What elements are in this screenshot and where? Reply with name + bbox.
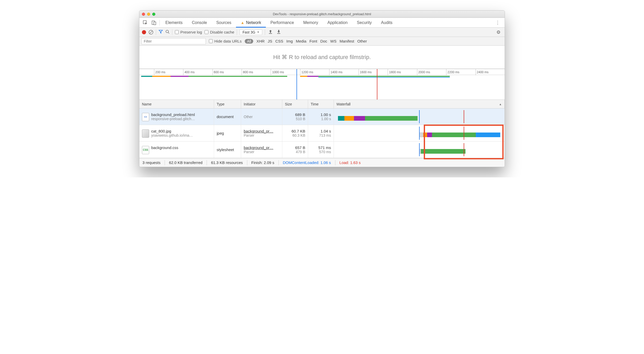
sort-icon: ▲ bbox=[499, 103, 502, 106]
tick: 1800 ms bbox=[388, 69, 401, 75]
filter-bar: Hide data URLs All XHR JS CSS Img Media … bbox=[139, 37, 505, 46]
clear-button[interactable] bbox=[149, 30, 153, 35]
col-waterfall-label: Waterfall bbox=[336, 102, 351, 106]
network-toolbar: Preserve log Disable cache Fast 3G▼ ⚙ bbox=[139, 28, 505, 37]
footer-requests: 3 requests bbox=[142, 160, 160, 165]
download-har-icon[interactable] bbox=[276, 30, 282, 35]
tab-elements[interactable]: Elements bbox=[161, 18, 187, 28]
request-table-header: Name Type Initiator Size Time Waterfall▲ bbox=[139, 100, 505, 109]
tab-security[interactable]: Security bbox=[352, 18, 376, 28]
filter-input[interactable] bbox=[141, 38, 206, 44]
inspect-element-icon[interactable] bbox=[141, 18, 150, 28]
tick: 2400 ms bbox=[476, 69, 489, 75]
preserve-log-checkbox[interactable]: Preserve log bbox=[175, 30, 202, 34]
request-rows: <> background_preload.html responsive-pr… bbox=[139, 109, 505, 158]
request-domain: yoavweiss.github.io/ima… bbox=[151, 133, 193, 137]
ruler-ticks: 200 ms 400 ms 600 ms 800 ms 1000 ms 1200… bbox=[139, 69, 505, 75]
file-html-icon: <> bbox=[142, 113, 149, 121]
filter-type-img[interactable]: Img bbox=[286, 39, 293, 43]
footer-load: Load: 1.63 s bbox=[340, 160, 361, 165]
request-row[interactable]: <> background_preload.html responsive-pr… bbox=[139, 109, 505, 125]
waterfall-cell bbox=[336, 143, 502, 156]
size-transferred: 657 B bbox=[295, 145, 305, 150]
window-title: DevTools - responsive-preload.glitch.me/… bbox=[139, 12, 505, 16]
separator bbox=[265, 29, 265, 35]
tick: 2200 ms bbox=[446, 69, 459, 75]
size-resource: 510 B bbox=[296, 117, 305, 121]
separator bbox=[172, 29, 172, 35]
request-domain: responsive-preload.glitch… bbox=[151, 117, 195, 121]
footer-finish: Finish: 2.09 s bbox=[251, 160, 274, 165]
filter-type-css[interactable]: CSS bbox=[275, 39, 283, 43]
filter-type-doc[interactable]: Doc bbox=[320, 39, 327, 43]
tick: 1400 ms bbox=[329, 69, 342, 75]
file-css-icon: CSS bbox=[142, 146, 149, 154]
waterfall-cell bbox=[336, 110, 502, 123]
filter-type-media[interactable]: Media bbox=[296, 39, 307, 43]
tab-console[interactable]: Console bbox=[187, 18, 212, 28]
hide-data-urls-label: Hide data URLs bbox=[214, 39, 242, 43]
filter-type-js[interactable]: JS bbox=[268, 39, 272, 43]
time-total: 1.04 s bbox=[320, 129, 331, 133]
filter-type-xhr[interactable]: XHR bbox=[256, 39, 265, 43]
tab-memory[interactable]: Memory bbox=[299, 18, 323, 28]
footer-transferred: 62.0 KB transferred bbox=[169, 160, 202, 165]
col-name[interactable]: Name bbox=[139, 100, 214, 108]
col-initiator[interactable]: Initiator bbox=[241, 100, 282, 108]
col-size[interactable]: Size bbox=[282, 100, 308, 108]
col-waterfall[interactable]: Waterfall▲ bbox=[334, 100, 505, 108]
request-initiator[interactable]: background_pr… bbox=[244, 129, 279, 133]
settings-icon[interactable]: ⚙ bbox=[495, 29, 502, 35]
more-menu-icon[interactable]: ⋮ bbox=[492, 20, 503, 26]
warning-icon: ▲ bbox=[241, 20, 244, 25]
hide-data-urls-checkbox[interactable]: Hide data URLs bbox=[209, 39, 242, 43]
initiator-type: Parser bbox=[244, 133, 279, 137]
request-type: stylesheet bbox=[217, 147, 238, 152]
filter-type-all[interactable]: All bbox=[245, 39, 253, 44]
size-transferred: 689 B bbox=[295, 112, 305, 117]
timeline-overview[interactable]: 200 ms 400 ms 600 ms 800 ms 1000 ms 1200… bbox=[139, 69, 505, 100]
tab-audits[interactable]: Audits bbox=[376, 18, 397, 28]
filter-type-manifest[interactable]: Manifest bbox=[340, 39, 354, 43]
tab-network-label: Network bbox=[246, 20, 261, 25]
time-latency: 1.00 s bbox=[321, 117, 331, 121]
col-time[interactable]: Time bbox=[308, 100, 334, 108]
waterfall-cell bbox=[336, 127, 502, 140]
tick: 200 ms bbox=[154, 69, 165, 75]
filter-icon[interactable] bbox=[159, 30, 163, 35]
disable-cache-input[interactable] bbox=[205, 30, 208, 34]
tab-network[interactable]: ▲Network bbox=[236, 18, 266, 28]
throttle-select[interactable]: Fast 3G▼ bbox=[240, 29, 262, 35]
time-latency: 570 ms bbox=[319, 150, 331, 154]
disable-cache-checkbox[interactable]: Disable cache bbox=[205, 30, 234, 34]
upload-har-icon[interactable] bbox=[268, 30, 273, 35]
search-icon[interactable] bbox=[165, 30, 170, 35]
request-name: background.css bbox=[151, 145, 178, 150]
record-button[interactable] bbox=[142, 30, 146, 34]
filter-type-other[interactable]: Other bbox=[357, 39, 367, 43]
svg-line-4 bbox=[168, 32, 169, 34]
tab-sources[interactable]: Sources bbox=[211, 18, 236, 28]
tab-performance[interactable]: Performance bbox=[266, 18, 299, 28]
device-toolbar-icon[interactable] bbox=[150, 18, 158, 28]
request-name: cat_800.jpg bbox=[151, 129, 193, 133]
tick: 2000 ms bbox=[417, 69, 430, 75]
separator bbox=[156, 29, 156, 35]
separator bbox=[159, 20, 160, 26]
filter-type-ws[interactable]: WS bbox=[330, 39, 336, 43]
request-row[interactable]: CSS background.css stylesheet background… bbox=[139, 142, 505, 158]
titlebar: DevTools - responsive-preload.glitch.me/… bbox=[139, 11, 505, 18]
svg-rect-2 bbox=[154, 22, 156, 25]
tick: 1000 ms bbox=[271, 69, 284, 75]
footer-dcl: DOMContentLoaded: 1.06 s bbox=[283, 160, 331, 165]
request-initiator[interactable]: background_pr… bbox=[244, 145, 279, 150]
tick: 800 ms bbox=[242, 69, 253, 75]
request-row[interactable]: cat_800.jpg yoavweiss.github.io/ima… jpe… bbox=[139, 125, 505, 142]
hide-data-urls-input[interactable] bbox=[209, 39, 213, 43]
time-latency: 713 ms bbox=[319, 133, 331, 137]
preserve-log-input[interactable] bbox=[175, 30, 179, 34]
tab-application[interactable]: Application bbox=[323, 18, 352, 28]
chevron-down-icon: ▼ bbox=[257, 31, 259, 34]
filter-type-font[interactable]: Font bbox=[309, 39, 317, 43]
col-type[interactable]: Type bbox=[214, 100, 241, 108]
